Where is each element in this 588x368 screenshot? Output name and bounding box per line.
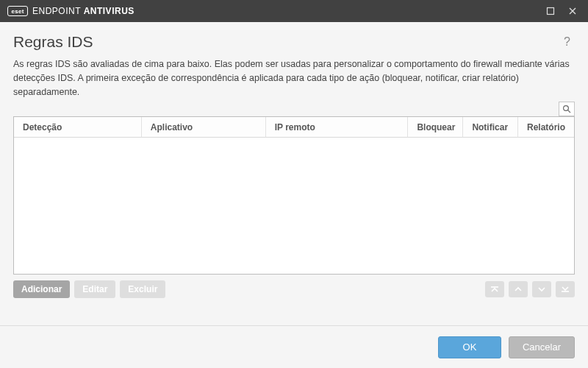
move-top-button (485, 281, 504, 297)
col-notify[interactable]: Notificar (463, 117, 518, 138)
page-title: Regras IDS (13, 33, 559, 51)
titlebar: eset ENDPOINT ANTIVIRUS (0, 0, 588, 22)
close-icon (568, 7, 577, 15)
app-logo: eset ENDPOINT ANTIVIRUS (7, 6, 135, 16)
search-button[interactable] (559, 102, 575, 116)
chevron-top-icon (490, 285, 500, 294)
window-minimize-button[interactable] (539, 1, 562, 21)
chevron-up-icon (513, 285, 523, 294)
svg-rect-0 (548, 8, 554, 15)
chevron-down-icon (537, 285, 547, 294)
move-bottom-button (556, 281, 575, 297)
table-body[interactable] (14, 138, 574, 274)
add-button[interactable]: Adicionar (13, 280, 70, 298)
move-up-button (509, 281, 528, 297)
col-report[interactable]: Relatório (518, 117, 574, 138)
delete-button: Excluir (120, 280, 165, 298)
minimize-icon (546, 7, 555, 15)
col-block[interactable]: Bloquear (408, 117, 463, 138)
app-title: ENDPOINT ANTIVIRUS (32, 6, 135, 16)
svg-point-1 (564, 106, 569, 111)
dialog-footer: OK Cancelar (0, 325, 588, 368)
app-title-bold: ANTIVIRUS (84, 6, 135, 16)
edit-button: Editar (74, 280, 115, 298)
move-down-button (532, 281, 551, 297)
ids-rules-table: Detecção Aplicativo IP remoto Bloquear N… (13, 116, 575, 275)
window-close-button[interactable] (562, 1, 584, 21)
brand-badge: eset (7, 6, 28, 16)
ok-button[interactable]: OK (438, 336, 501, 358)
table-header: Detecção Aplicativo IP remoto Bloquear N… (14, 117, 574, 138)
chevron-bottom-icon (560, 285, 570, 294)
search-icon (562, 105, 571, 113)
content-area: Regras IDS ? As regras IDS são avaliadas… (0, 22, 588, 325)
col-detection[interactable]: Detecção (14, 117, 142, 138)
col-application[interactable]: Aplicativo (142, 117, 266, 138)
cancel-button[interactable]: Cancelar (509, 336, 575, 358)
help-button[interactable]: ? (559, 32, 575, 52)
page-description: As regras IDS são avaliadas de cima para… (13, 57, 575, 99)
col-remote-ip[interactable]: IP remoto (266, 117, 409, 138)
app-title-light: ENDPOINT (32, 6, 84, 16)
table-actions: Adicionar Editar Excluir (13, 280, 575, 298)
help-icon: ? (564, 35, 570, 48)
